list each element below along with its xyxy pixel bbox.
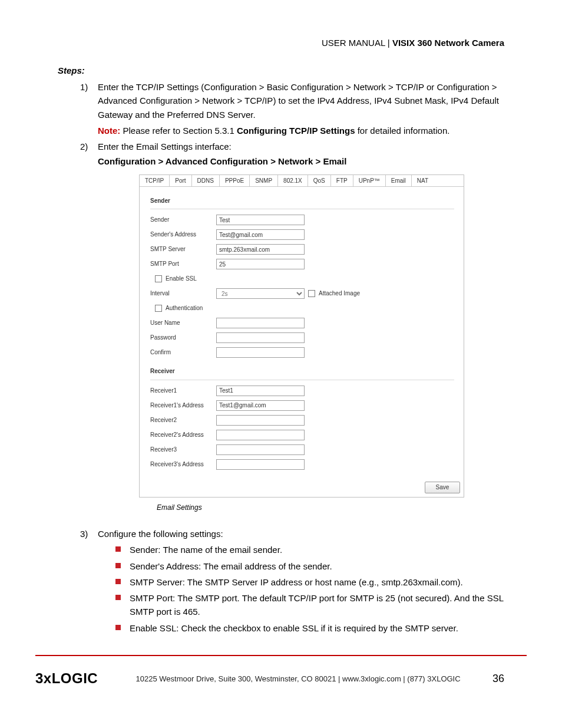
r2-input[interactable] <box>216 415 305 426</box>
step-2-num: 2) <box>80 140 88 153</box>
confirm-input[interactable] <box>216 347 305 358</box>
r3-input[interactable] <box>216 444 305 455</box>
tab-bar: TCP/IP Port DDNS PPPoE SNMP 802.1X QoS F… <box>140 175 464 187</box>
page: USER MANUAL | VISIX 360 Network Camera S… <box>0 0 562 728</box>
footer-rule <box>35 655 527 656</box>
screenshot-wrap: TCP/IP Port DDNS PPPoE SNMP 802.1X QoS F… <box>139 174 504 498</box>
save-bar: Save <box>140 477 464 497</box>
tab-tcpip[interactable]: TCP/IP <box>140 175 170 186</box>
tab-qos[interactable]: QoS <box>308 175 331 186</box>
logo: 3xLOGIC <box>35 670 98 687</box>
note-bold: Configuring TCP/IP Settings <box>237 126 355 136</box>
bullet-sender: Sender: The name of the email sender. <box>115 543 504 556</box>
attached-image-checkbox[interactable] <box>308 290 315 297</box>
footer: 3xLOGIC 10225 Westmoor Drive, Suite 300,… <box>35 670 504 687</box>
step-3: 3) Configure the following settings: Sen… <box>80 527 504 635</box>
footer-address: 10225 Westmoor Drive, Suite 300, Westmin… <box>98 674 487 683</box>
r2a-label: Receiver2's Address <box>150 430 216 440</box>
bullet-smtpport: SMTP Port: The SMTP port. The default TC… <box>115 591 504 619</box>
tab-snmp[interactable]: SNMP <box>250 175 278 186</box>
header-bold: VISIX 360 Network Camera <box>392 38 504 48</box>
smtp-port-label: SMTP Port <box>150 259 216 269</box>
username-label: User Name <box>150 318 216 328</box>
r1a-label: Receiver1's Address <box>150 401 216 410</box>
bullet-smtpserver: SMTP Server: The SMTP Server IP address … <box>115 575 504 589</box>
step-3-num: 3) <box>80 527 88 541</box>
password-input[interactable] <box>216 332 305 343</box>
step-1-note: Note: Please refer to Section 5.3.1 Conf… <box>98 124 504 137</box>
form-body: Sender Sender Sender's Address SMTP Serv… <box>140 187 464 475</box>
bullet-senderaddr: Sender's Address: The email address of t… <box>115 559 504 573</box>
sender-label: Sender <box>150 215 216 225</box>
breadcrumb: Configuration > Advanced Configuration >… <box>98 154 504 168</box>
step-1: 1) Enter the TCP/IP Settings (Configurat… <box>80 80 504 137</box>
sender-addr-input[interactable] <box>216 229 305 240</box>
r3-label: Receiver3 <box>150 445 216 454</box>
r2-label: Receiver2 <box>150 416 216 425</box>
smtp-port-input[interactable] <box>216 259 305 269</box>
sender-input[interactable] <box>216 215 305 225</box>
interval-select[interactable]: 2s <box>216 288 305 299</box>
note-tail: for detailed information. <box>355 126 450 136</box>
square-bullet-icon <box>115 563 121 568</box>
bullet-enablessl: Enable SSL: Check the checkbox to enable… <box>115 621 504 635</box>
steps-list: 1) Enter the TCP/IP Settings (Configurat… <box>58 80 504 635</box>
steps-heading: Steps: <box>58 65 504 75</box>
page-number: 36 <box>487 673 504 685</box>
confirm-label: Confirm <box>150 348 216 357</box>
r1-input[interactable] <box>216 386 305 396</box>
square-bullet-icon <box>115 579 121 584</box>
step-1-num: 1) <box>80 80 88 94</box>
tab-8021x[interactable]: 802.1X <box>278 175 308 186</box>
password-label: Password <box>150 333 216 342</box>
tab-ddns[interactable]: DDNS <box>192 175 220 186</box>
figure-caption: Email Settings <box>157 502 504 513</box>
step-3-text: Configure the following settings: <box>98 529 223 539</box>
r3a-input[interactable] <box>216 459 305 470</box>
auth-label: Authentication <box>166 304 203 313</box>
square-bullet-icon <box>115 546 121 552</box>
email-settings-panel: TCP/IP Port DDNS PPPoE SNMP 802.1X QoS F… <box>139 174 464 498</box>
tab-port[interactable]: Port <box>170 175 191 186</box>
square-bullet-icon <box>115 595 121 600</box>
tab-upnp[interactable]: UPnP™ <box>353 175 386 186</box>
step-2: 2) Enter the Email Settings interface: C… <box>80 140 504 513</box>
sender-addr-label: Sender's Address <box>150 230 216 239</box>
step-1-text: Enter the TCP/IP Settings (Configuration… <box>98 82 499 120</box>
auth-checkbox[interactable] <box>155 305 162 312</box>
username-input[interactable] <box>216 318 305 328</box>
interval-label: Interval <box>150 289 216 298</box>
enable-ssl-label: Enable SSL <box>166 274 197 284</box>
square-bullet-icon <box>115 625 121 630</box>
bullet-list: Sender: The name of the email sender. Se… <box>98 543 504 635</box>
tab-email[interactable]: Email <box>386 175 412 186</box>
page-header: USER MANUAL | VISIX 360 Network Camera <box>58 38 504 48</box>
note-label: Note: <box>98 126 120 136</box>
r1a-input[interactable] <box>216 400 305 411</box>
r1-label: Receiver1 <box>150 386 216 396</box>
sender-section: Sender <box>150 196 454 210</box>
tab-pppoe[interactable]: PPPoE <box>220 175 250 186</box>
r3a-label: Receiver3's Address <box>150 460 216 469</box>
step-2-text: Enter the Email Settings interface: <box>98 141 232 151</box>
smtp-server-input[interactable] <box>216 244 305 255</box>
smtp-server-label: SMTP Server <box>150 245 216 254</box>
receiver-section: Receiver <box>150 367 454 380</box>
attached-image-label: Attached Image <box>319 289 360 298</box>
tab-ftp[interactable]: FTP <box>331 175 353 186</box>
enable-ssl-checkbox[interactable] <box>155 275 162 282</box>
tab-nat[interactable]: NAT <box>412 175 434 186</box>
header-thin: USER MANUAL | <box>322 38 392 48</box>
r2a-input[interactable] <box>216 430 305 440</box>
note-rest: Please refer to Section 5.3.1 <box>120 126 237 136</box>
save-button[interactable]: Save <box>425 482 460 493</box>
